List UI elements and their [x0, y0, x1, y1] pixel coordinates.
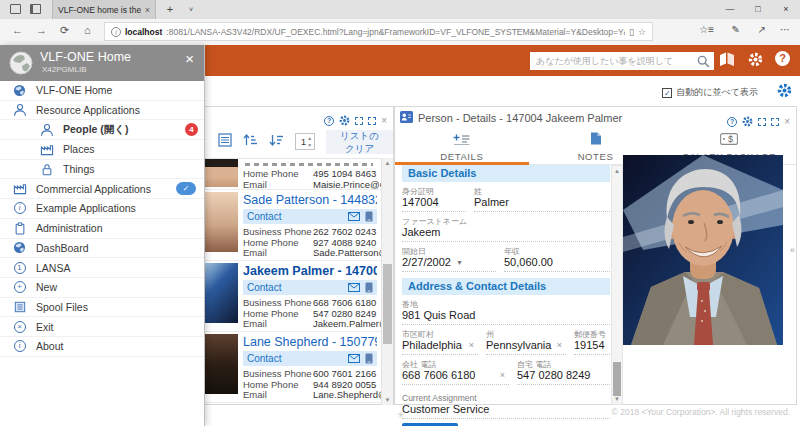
panel-maximize-icon[interactable] [758, 118, 766, 126]
new-tab-button[interactable]: + [160, 0, 180, 19]
street-field[interactable]: 番地 981 Quis Road [402, 299, 610, 325]
panel-restore-icon[interactable] [368, 117, 376, 125]
forward-icon[interactable]: → [36, 24, 47, 36]
list-item-selected[interactable]: Jakeem Palmer - 147004 Contact Business … [205, 261, 381, 332]
business-phone-field[interactable]: 会社 電話 668 7606 6180× [402, 359, 509, 385]
page-number-stepper[interactable]: 1 ▲▼ [295, 133, 315, 150]
sidebar-item-things[interactable]: Things [0, 160, 204, 180]
list-scrollbar[interactable]: ▲ ▼ [381, 158, 393, 405]
startdate-field[interactable]: 開始日 2/27/2002▼ [402, 246, 496, 272]
factory-icon [39, 143, 54, 156]
guide-book-icon[interactable] [718, 51, 736, 71]
reading-view-icon[interactable]: ▯ [629, 27, 634, 37]
scroll-down-icon[interactable]: ▼ [612, 396, 622, 402]
auto-arrange-checkbox[interactable]: ✓ [662, 88, 672, 98]
scroll-up-icon[interactable]: ▲ [612, 168, 622, 174]
scrollbar-thumb[interactable] [613, 362, 621, 396]
help-icon[interactable]: ? [775, 51, 790, 66]
sidebar-item-about[interactable]: i About [0, 337, 204, 357]
contact-name[interactable]: Jakeem Palmer - 147004 [243, 264, 377, 278]
salary-field[interactable]: 年収 50,060.00 [504, 246, 610, 272]
list-item-partial[interactable]: Home Phone495 1094 8463 EmailMaisie.Prin… [205, 159, 381, 190]
tab-dropdown-icon[interactable]: ˅ [183, 0, 199, 19]
id-field[interactable]: 身分証明 147004 [402, 186, 466, 212]
browser-tab[interactable]: VLF-ONE home is the 'h × [52, 0, 156, 19]
collapse-panel-icon[interactable]: « [790, 245, 795, 255]
web-notes-icon[interactable]: ✎ [732, 24, 740, 35]
surname-field[interactable]: 姓 Palmer [474, 186, 610, 212]
clear-list-button[interactable]: リストのクリア [326, 130, 393, 154]
contact-photo-thumb [205, 159, 238, 187]
sidebar-item-spool-files[interactable]: Spool Files [0, 298, 204, 318]
sidebar-item-label: Commercial Applications [36, 183, 151, 195]
sidebar-close-icon[interactable]: × [185, 51, 194, 66]
assignment-field[interactable]: Current Assignment Customer Service [402, 393, 610, 419]
panel-close-icon[interactable]: × [784, 117, 790, 127]
sort-ascending-icon[interactable] [243, 133, 258, 151]
refresh-icon[interactable]: ⟳ [60, 24, 69, 37]
sidebar-item-exit[interactable]: × Exit [0, 317, 204, 337]
date-dropdown-icon[interactable]: ▼ [456, 256, 463, 269]
sort-descending-icon[interactable] [269, 133, 284, 151]
sidebar-item-administration[interactable]: Administration [0, 219, 204, 239]
settings-more-icon[interactable]: ⋯ [780, 24, 790, 35]
list-item[interactable]: Lane Shepherd - 150779 Contact Business … [205, 332, 381, 403]
tab-close-icon[interactable]: × [145, 5, 150, 15]
sidebar-item-example-applications[interactable]: i Example Applications [0, 199, 204, 219]
email-envelope-icon[interactable] [348, 354, 360, 363]
panel-maximize-icon[interactable] [355, 117, 363, 125]
scroll-up-icon[interactable]: ▲ [382, 160, 393, 166]
sidebar-item-lansa[interactable]: 1 LANSA [0, 258, 204, 278]
window-maximize-button[interactable]: □ [744, 0, 772, 19]
clear-state-icon[interactable]: × [553, 339, 562, 352]
home-phone-field[interactable]: 自宅 電話 547 0280 8249 [517, 359, 610, 385]
sidebar-item-places[interactable]: Places [0, 140, 204, 160]
zip-field[interactable]: 郵便番号 19154 [574, 329, 610, 355]
tab-details[interactable]: DETAILS [395, 129, 529, 164]
window-minimize-button[interactable]: — [716, 0, 744, 19]
email-envelope-icon[interactable] [348, 283, 360, 292]
search-input[interactable] [530, 52, 714, 70]
panel-help-icon[interactable]: ? [727, 117, 737, 127]
window-close-button[interactable]: × [772, 0, 800, 19]
phone-icon[interactable] [365, 353, 373, 364]
clear-city-icon[interactable]: × [465, 339, 474, 352]
sidebar-item-label: People (開く) [63, 123, 129, 137]
panel-restore-icon[interactable] [771, 118, 779, 126]
contact-name[interactable]: Sade Patterson - 144832 [243, 193, 377, 207]
search-icon[interactable] [697, 54, 710, 72]
sidebar-item-vlf-one-home[interactable]: VLF-ONE Home [0, 81, 204, 101]
scrollbar-thumb[interactable] [383, 264, 392, 344]
form-scrollbar[interactable]: ▲ ▼ [611, 165, 623, 405]
tab-preview-icon[interactable] [10, 4, 21, 14]
state-field[interactable]: 州 Pennsylvania× [486, 329, 566, 355]
favorites-hub-icon[interactable]: ☆≡ [699, 24, 714, 35]
clear-business-phone-icon[interactable]: × [496, 369, 505, 382]
list-view-icon[interactable] [218, 133, 232, 151]
firstname-field[interactable]: ファーストネーム Jakeem [402, 216, 610, 242]
favorite-star-icon[interactable]: ☆ [638, 27, 646, 37]
sidebar-item-new[interactable]: + New [0, 278, 204, 298]
contact-name[interactable]: Lane Shepherd - 150779 [243, 335, 377, 349]
email-envelope-icon[interactable] [348, 212, 360, 221]
sidebar-menu: VLF-ONE Home X42PGMLIB × VLF-ONE Home Re… [0, 45, 205, 426]
layout-gear-icon[interactable] [777, 83, 792, 102]
site-info-icon[interactable]: i [111, 27, 121, 37]
sidebar-item-people[interactable]: People (開く) 4 [0, 120, 204, 140]
list-item[interactable]: Sade Patterson - 144832 Contact Business… [205, 190, 381, 261]
city-field[interactable]: 市区町村 Philadelphia× [402, 329, 478, 355]
sidebar-item-resource-applications[interactable]: Resource Applications [0, 101, 204, 121]
settings-gear-icon[interactable] [748, 52, 763, 71]
phone-icon[interactable] [365, 282, 373, 293]
sidebar-item-dashboard[interactable]: DashBoard [0, 239, 204, 259]
share-icon[interactable]: ↗ [758, 24, 766, 35]
back-icon[interactable]: ← [12, 24, 23, 36]
stepper-arrows-icon[interactable]: ▲▼ [307, 135, 312, 149]
url-field[interactable]: i localhost :8081/LANSA-AS3V42/RDX/UF_OE… [104, 22, 653, 41]
phone-icon[interactable] [365, 211, 373, 222]
assignment-label: Current Assignment [402, 394, 610, 403]
sidebar-item-commercial-applications[interactable]: Commercial Applications ✓ [0, 179, 204, 199]
home-icon[interactable]: ⌂ [84, 24, 91, 36]
set-aside-tabs-icon[interactable] [30, 4, 41, 14]
scroll-down-icon[interactable]: ▼ [382, 397, 393, 403]
